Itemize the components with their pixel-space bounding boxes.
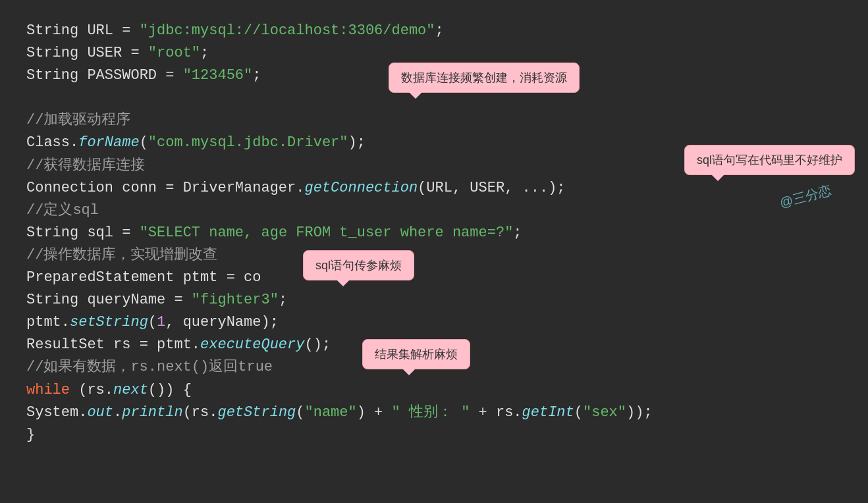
code-line-9: //定义sql xyxy=(26,199,842,222)
callout-db-connection: 数据库连接频繁创建，消耗资源 xyxy=(389,63,580,93)
callout-sql-maintenance: sql语句写在代码里不好维护 xyxy=(684,145,855,175)
code-line-1: String URL = "jdbc:mysql://localhost:330… xyxy=(26,20,842,42)
code-line-17: while (rs.next()) { xyxy=(26,379,842,402)
code-area: String URL = "jdbc:mysql://localhost:330… xyxy=(0,0,868,503)
code-line-11: //操作数据库，实现增删改查 xyxy=(26,244,842,267)
code-line-19: } xyxy=(26,424,842,446)
code-line-12: PreparedStatement ptmt = co xyxy=(26,267,842,289)
code-line-14: ptmt.setString(1, queryName); xyxy=(26,311,842,334)
callout-sql-params: sql语句传参麻烦 xyxy=(303,250,414,280)
code-line-10: String sql = "SELECT name, age FROM t_us… xyxy=(26,222,842,244)
code-line-13: String queryName = "fighter3"; xyxy=(26,289,842,311)
code-line-5: //加载驱动程序 xyxy=(26,109,842,132)
code-line-2: String USER = "root"; xyxy=(26,42,842,65)
code-line-18: System.out.println(rs.getString("name") … xyxy=(26,402,842,424)
callout-resultset: 结果集解析麻烦 xyxy=(362,339,470,369)
